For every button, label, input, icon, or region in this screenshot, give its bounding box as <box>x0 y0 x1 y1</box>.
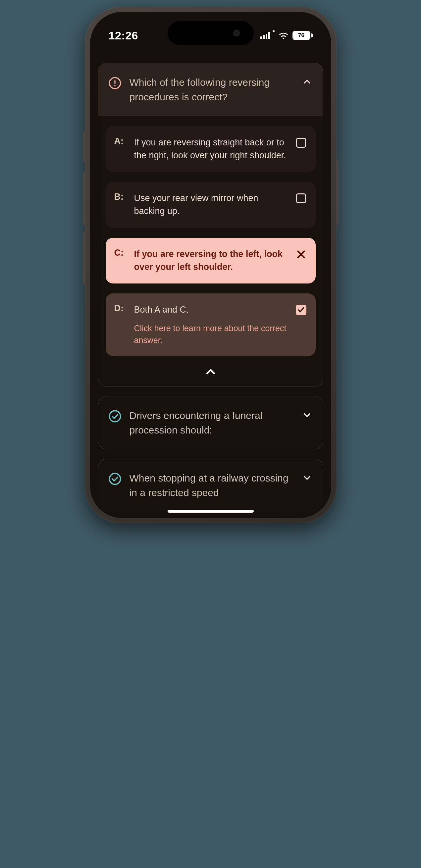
question-header[interactable]: Drivers encountering a funeral processio… <box>98 396 323 449</box>
check-circle-icon <box>108 409 122 424</box>
alert-circle-icon <box>108 76 122 90</box>
chevron-up-icon[interactable] <box>301 77 313 87</box>
answer-letter: A: <box>114 136 127 146</box>
question-text: Drivers encountering a funeral processio… <box>129 408 294 437</box>
answer-letter: C: <box>114 248 127 258</box>
status-indicators: 76 <box>260 31 313 40</box>
question-list[interactable]: Which of the following reversing procedu… <box>90 51 331 518</box>
question-text: Which of the following reversing procedu… <box>129 75 294 104</box>
chevron-down-icon[interactable] <box>301 473 313 482</box>
screen: 12:26 76 <box>90 12 331 518</box>
question-card: Which of the following reversing procedu… <box>98 63 323 387</box>
answer-option-d[interactable]: D: Both A and C. Click here to learn mor… <box>106 293 316 356</box>
question-header[interactable]: When stopping at a railway crossing in a… <box>98 459 323 512</box>
answer-option-b[interactable]: B: Use your rear view mirror when backin… <box>106 182 316 227</box>
phone-frame: 12:26 76 <box>85 7 336 523</box>
side-button <box>336 159 338 225</box>
svg-point-2 <box>114 85 116 87</box>
checkbox-unchecked-icon[interactable] <box>295 137 307 149</box>
answer-letter: D: <box>114 303 127 314</box>
learn-more-link[interactable]: Click here to learn more about the corre… <box>134 322 289 346</box>
battery-level: 76 <box>298 32 304 39</box>
dynamic-island <box>168 21 254 45</box>
home-indicator[interactable] <box>168 510 254 513</box>
dual-sim-dot-icon <box>273 30 275 32</box>
answer-list: A: If you are reversing straight back or… <box>98 116 323 359</box>
answer-text: If you are reversing to the left, look o… <box>134 248 289 274</box>
check-circle-icon <box>108 472 122 486</box>
answer-text: If you are reversing straight back or to… <box>134 136 289 162</box>
svg-point-6 <box>109 473 120 485</box>
question-text: When stopping at a railway crossing in a… <box>129 471 294 500</box>
answer-option-a[interactable]: A: If you are reversing straight back or… <box>106 126 316 172</box>
answer-letter: B: <box>114 192 127 202</box>
chevron-down-icon[interactable] <box>301 410 313 420</box>
collapse-button[interactable] <box>98 359 323 386</box>
status-time: 12:26 <box>109 29 138 42</box>
close-icon <box>295 248 307 260</box>
checkbox-unchecked-icon[interactable] <box>295 192 307 204</box>
question-card: Drivers encountering a funeral processio… <box>98 396 323 450</box>
chevron-up-icon <box>205 366 217 379</box>
answer-option-c[interactable]: C: If you are reversing to the left, loo… <box>106 238 316 283</box>
cellular-signal-icon <box>260 32 270 39</box>
question-card: When stopping at a railway crossing in a… <box>98 459 323 512</box>
answer-text: Both A and C. <box>134 303 289 316</box>
checkbox-checked-icon <box>295 304 307 316</box>
battery-indicator: 76 <box>293 31 313 40</box>
svg-point-5 <box>109 411 120 422</box>
wifi-icon <box>279 32 288 39</box>
question-header[interactable]: Which of the following reversing procedu… <box>98 63 323 116</box>
answer-text: Use your rear view mirror when backing u… <box>134 192 289 218</box>
